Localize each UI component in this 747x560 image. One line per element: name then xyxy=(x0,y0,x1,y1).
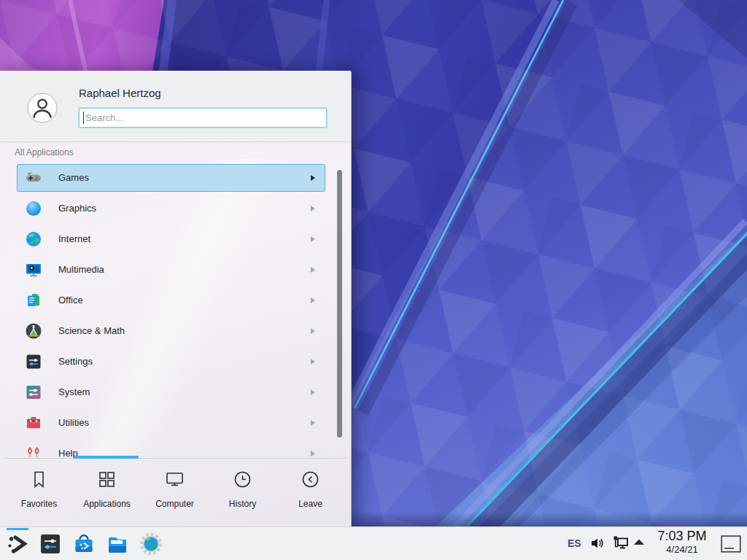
applications-icon xyxy=(97,470,117,489)
leave-icon xyxy=(301,470,320,489)
user-avatar[interactable] xyxy=(27,93,58,123)
launcher-tab-bar: Favorites Applications C xyxy=(0,459,351,526)
menu-item-system[interactable]: System xyxy=(17,378,325,406)
tab-label: Computer xyxy=(141,499,209,509)
menu-item-label: Multimedia xyxy=(58,264,104,275)
desktop: Raphael Hertzog All Applications Games xyxy=(0,0,747,560)
menu-item-utilities[interactable]: Utilities xyxy=(17,409,325,437)
tab-history[interactable]: History xyxy=(209,459,276,526)
menu-item-label: Settings xyxy=(58,356,93,367)
help-icon xyxy=(25,445,42,459)
user-name: Raphael Hertzog xyxy=(79,87,161,99)
submenu-arrow-icon xyxy=(311,420,315,426)
menu-item-label: Utilities xyxy=(58,417,89,428)
menu-item-internet[interactable]: Internet xyxy=(17,225,325,253)
submenu-arrow-icon xyxy=(311,267,315,273)
menu-item-help[interactable]: Help xyxy=(17,440,325,459)
submenu-arrow-icon xyxy=(311,328,315,334)
submenu-arrow-icon xyxy=(311,451,315,456)
volume-icon[interactable] xyxy=(590,537,605,550)
submenu-arrow-icon xyxy=(311,206,315,211)
history-icon xyxy=(233,470,252,489)
tab-label: Favorites xyxy=(5,499,73,509)
menu-item-label: System xyxy=(58,386,90,397)
favorites-icon xyxy=(29,470,49,489)
launcher-active-indicator xyxy=(7,528,28,530)
menu-item-science-math[interactable]: Science & Math xyxy=(17,317,325,345)
menu-item-label: Graphics xyxy=(58,203,96,214)
expand-tray-icon[interactable] xyxy=(633,539,645,545)
web-browser-launcher[interactable] xyxy=(139,532,163,556)
utilities-icon xyxy=(25,414,42,432)
tab-computer[interactable]: Computer xyxy=(141,459,209,526)
menu-item-label: Internet xyxy=(58,233,90,244)
submenu-arrow-icon xyxy=(311,359,315,365)
menu-item-office[interactable]: Office xyxy=(17,287,325,314)
discover-software-center-launcher[interactable] xyxy=(72,532,96,556)
file-manager-launcher[interactable] xyxy=(106,532,129,556)
search-input[interactable] xyxy=(84,109,320,126)
tab-label: Applications xyxy=(73,499,141,509)
internet-icon xyxy=(25,230,42,248)
clock-time: 7:03 PM xyxy=(650,529,714,544)
menu-item-label: Science & Math xyxy=(58,325,125,336)
tab-leave[interactable]: Leave xyxy=(276,459,344,526)
application-category-list: Games Graphics xyxy=(0,159,351,459)
network-icon[interactable] xyxy=(612,535,629,551)
list-scrollbar[interactable] xyxy=(337,170,342,438)
submenu-arrow-icon xyxy=(311,175,315,181)
system-icon xyxy=(25,384,42,401)
menu-item-graphics[interactable]: Graphics xyxy=(17,195,325,222)
menu-item-label: Office xyxy=(58,295,83,306)
launcher-header: Raphael Hertzog xyxy=(0,71,351,142)
submenu-arrow-icon xyxy=(311,298,315,303)
tab-label: History xyxy=(209,499,276,509)
menu-item-multimedia[interactable]: Multimedia xyxy=(17,256,325,284)
office-icon xyxy=(25,292,42,309)
clock-date: 4/24/21 xyxy=(650,544,714,555)
section-label: All Applications xyxy=(15,147,74,158)
tab-applications[interactable]: Applications xyxy=(73,459,141,526)
application-launcher-button[interactable] xyxy=(6,532,29,556)
submenu-arrow-icon xyxy=(311,236,315,242)
show-desktop-button[interactable] xyxy=(721,535,741,553)
system-settings-launcher[interactable] xyxy=(39,532,62,556)
submenu-arrow-icon xyxy=(311,389,315,395)
digital-clock[interactable]: 7:03 PM 4/24/21 xyxy=(650,529,714,555)
science-icon xyxy=(25,322,42,340)
menu-item-label: Games xyxy=(58,172,89,183)
tab-favorites[interactable]: Favorites xyxy=(5,459,73,526)
menu-item-games[interactable]: Games xyxy=(17,164,325,192)
graphics-icon xyxy=(25,200,42,217)
search-box[interactable] xyxy=(79,108,327,128)
multimedia-icon xyxy=(25,261,42,279)
computer-icon xyxy=(165,470,185,489)
menu-item-settings[interactable]: Settings xyxy=(17,348,325,376)
application-launcher-menu: Raphael Hertzog All Applications Games xyxy=(0,71,352,527)
games-icon xyxy=(25,169,42,187)
tab-label: Leave xyxy=(276,499,344,509)
taskbar-panel: ES 7:03 PM 4/24/21 xyxy=(0,526,747,560)
settings-icon xyxy=(25,353,42,370)
keyboard-layout-indicator[interactable]: ES xyxy=(568,537,581,549)
